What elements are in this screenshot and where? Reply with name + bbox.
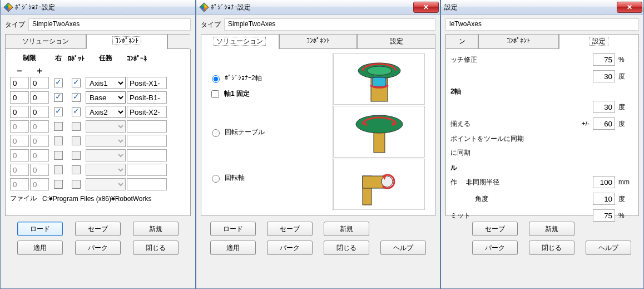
unit-mm: mm xyxy=(618,178,634,186)
in-pitch[interactable] xyxy=(593,53,615,66)
robot-check xyxy=(72,165,81,174)
duty-select[interactable]: Base xyxy=(86,91,126,104)
check-axis1-fixed[interactable] xyxy=(211,90,219,98)
apply-button[interactable]: 適用 xyxy=(210,241,256,255)
right-check[interactable] xyxy=(54,93,63,102)
apply-button[interactable]: 適用 xyxy=(17,241,63,255)
radio-2axis[interactable] xyxy=(212,75,220,83)
limit-min-input[interactable] xyxy=(10,77,29,89)
unit-deg: 度 xyxy=(618,102,634,112)
radio-rotary-table[interactable] xyxy=(212,129,220,137)
type-input[interactable]: SimpleTwoAxes xyxy=(28,18,191,31)
duty-select[interactable]: Axis2 xyxy=(86,106,126,118)
in-angle[interactable] xyxy=(593,193,615,205)
hdr-minus: － xyxy=(10,65,29,77)
lbl-sync-point: ポイントをツールに同期 xyxy=(450,134,524,144)
tab-solution[interactable]: ソリューション xyxy=(5,34,86,49)
tab-solution-cut[interactable]: ン xyxy=(445,34,478,49)
type-input[interactable]: leTwoAxes xyxy=(445,18,639,31)
tab-solution[interactable]: ソリューション xyxy=(201,34,279,49)
radio-rotary-axis[interactable] xyxy=(212,175,220,183)
close-button[interactable]: 閉じる xyxy=(529,241,574,255)
close-icon[interactable]: ✕ xyxy=(413,2,439,13)
opt-rotary-table[interactable]: 回転テーブル xyxy=(209,128,265,137)
lbl-op: 作 xyxy=(450,178,457,187)
in-limit[interactable] xyxy=(593,209,615,222)
opt-axis1-fixed[interactable]: 軸1 固定 xyxy=(209,89,250,100)
park-button[interactable]: パーク xyxy=(267,241,313,255)
hdr-robot: ﾛﾎﾞｯﾄ xyxy=(68,55,85,62)
limit-min-input[interactable] xyxy=(10,120,29,133)
limit-max-input[interactable] xyxy=(30,106,49,118)
opt-positioner-2axis[interactable]: ﾎﾟｼﾞｼｮﾅｰ2軸 xyxy=(209,74,262,83)
tab-settings[interactable]: 設定 xyxy=(357,34,435,49)
limit-min-input[interactable] xyxy=(10,149,29,161)
new-button[interactable]: 新規 xyxy=(324,222,369,236)
load-button[interactable]: ロード xyxy=(17,222,63,236)
app-icon xyxy=(200,3,209,12)
new-button[interactable]: 新規 xyxy=(133,222,179,236)
robot-check[interactable] xyxy=(72,93,81,102)
right-check[interactable] xyxy=(54,107,63,116)
close-button[interactable]: 閉じる xyxy=(133,241,179,255)
close-button[interactable]: 閉じる xyxy=(324,241,369,255)
in-deg3[interactable] xyxy=(593,117,615,130)
robot-check xyxy=(72,180,81,189)
opt-rotary-axis[interactable]: 回転軸 xyxy=(209,173,245,183)
limit-max-input[interactable] xyxy=(30,120,49,133)
right-check xyxy=(54,165,63,174)
help-button[interactable]: ヘルプ xyxy=(586,241,631,255)
limit-max-input[interactable] xyxy=(30,91,49,104)
right-check xyxy=(54,122,63,131)
limit-max-input[interactable] xyxy=(30,149,49,161)
tab-component[interactable]: ｺﾝﾎﾟﾈﾝﾄ xyxy=(279,34,358,49)
robot-check[interactable] xyxy=(72,79,81,87)
save-button[interactable]: セーブ xyxy=(75,222,121,236)
component-input[interactable] xyxy=(127,91,167,104)
titlebar: 設定 ✕ xyxy=(440,0,644,15)
lbl-angle: 角度 xyxy=(459,194,504,204)
file-label: ファイル xyxy=(10,194,37,203)
tab-settings-cut[interactable] xyxy=(167,34,190,49)
limit-min-input[interactable] xyxy=(10,91,29,104)
in-deg2[interactable] xyxy=(593,101,615,113)
tab-settings[interactable]: 設定 xyxy=(559,34,639,49)
lbl-sync: に同期 xyxy=(450,148,470,158)
limit-min-input[interactable] xyxy=(10,106,29,118)
limit-min-input[interactable] xyxy=(10,178,29,190)
limit-max-input[interactable] xyxy=(30,164,49,176)
unit-deg: 度 xyxy=(618,194,634,204)
close-icon[interactable]: ✕ xyxy=(617,2,642,13)
lbl-group: ル xyxy=(450,164,457,172)
new-button[interactable]: 新規 xyxy=(529,222,574,236)
thumb-rotary-axis-icon xyxy=(333,159,425,210)
unit-deg: 度 xyxy=(618,119,634,129)
robot-check[interactable] xyxy=(72,107,81,116)
limit-min-input[interactable] xyxy=(10,164,29,176)
limit-max-input[interactable] xyxy=(30,77,49,89)
in-deg1[interactable] xyxy=(593,70,615,82)
lbl-limit: ミット xyxy=(450,211,470,221)
in-radius[interactable] xyxy=(593,176,615,188)
park-button[interactable]: パーク xyxy=(472,241,518,255)
limit-max-input[interactable] xyxy=(30,178,49,190)
component-input[interactable] xyxy=(127,77,167,89)
right-check[interactable] xyxy=(54,79,63,87)
tab-component[interactable]: ｺﾝﾎﾟﾈﾝﾄ xyxy=(86,34,167,49)
hdr-limit: 制限 xyxy=(10,53,49,63)
lbl-plusminus: +/- xyxy=(582,120,589,128)
park-button[interactable]: パーク xyxy=(75,241,121,255)
app-icon xyxy=(4,3,13,12)
lbl-2axis: 2軸 xyxy=(450,87,461,96)
hdr-duty: 任務 xyxy=(86,53,126,63)
duty-select[interactable]: Axis1 xyxy=(86,77,126,89)
tab-component[interactable]: ｺﾝﾎﾟﾈﾝﾄ xyxy=(478,34,558,49)
limit-max-input[interactable] xyxy=(30,135,49,147)
component-input[interactable] xyxy=(127,106,167,118)
type-input[interactable]: SimpleTwoAxes xyxy=(224,18,435,31)
save-button[interactable]: セーブ xyxy=(267,222,313,236)
load-button[interactable]: ロード xyxy=(210,222,256,236)
save-button[interactable]: セーブ xyxy=(472,222,518,236)
help-button[interactable]: ヘルプ xyxy=(380,241,426,255)
limit-min-input[interactable] xyxy=(10,135,29,147)
